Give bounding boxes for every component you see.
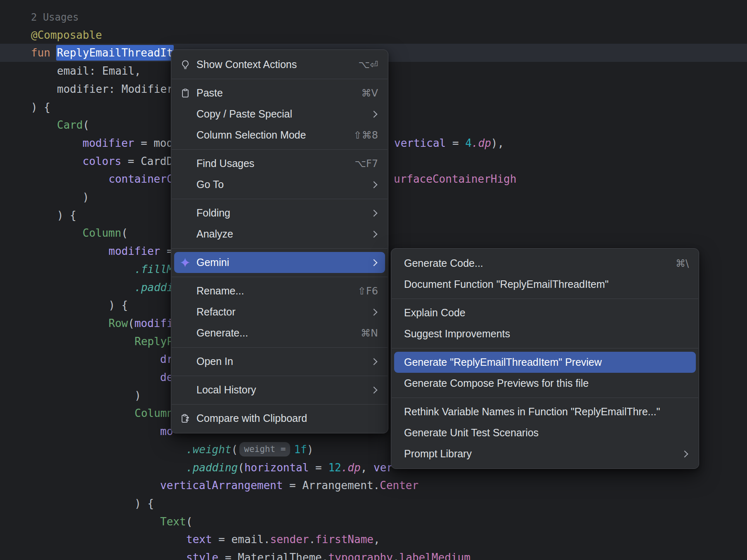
menu-item-open-in[interactable]: Open In [174, 351, 385, 372]
code-token[interactable]: Column [135, 407, 173, 419]
inline-parameter-hint[interactable]: weight = [239, 442, 290, 456]
code-line[interactable]: containerC [109, 170, 173, 188]
code-token[interactable]: verticalArrangement [160, 479, 283, 492]
code-line[interactable]: 2 Usages [31, 8, 79, 26]
menu-item-explain-code[interactable]: Explain Code [394, 302, 696, 323]
code-token[interactable]: = Arrangement. [283, 479, 380, 492]
code-token[interactable]: , [374, 533, 380, 546]
code-line[interactable]: ) { [109, 296, 128, 314]
menu-item-generate[interactable]: Generate...⌘N [174, 322, 385, 344]
code-line[interactable]: .weight(weight =1f) [186, 440, 313, 459]
code-token[interactable]: ( [186, 515, 193, 528]
code-token[interactable]: typography [328, 551, 393, 560]
code-line[interactable]: Column( [83, 224, 128, 242]
code-line[interactable]: vertical = 4.dp), [394, 134, 504, 152]
menu-item-generate-replyemailthreaditem-preview[interactable]: Generate "ReplyEmailThreadItem" Preview [394, 352, 696, 373]
code-token[interactable]: fun [31, 47, 50, 59]
menu-item-suggest-improvements[interactable]: Suggest Improvements [394, 323, 696, 344]
menu-item-copy-paste-special[interactable]: Copy / Paste Special [174, 104, 385, 125]
code-token[interactable]: ) { [31, 101, 50, 113]
code-token[interactable]: = email. [212, 533, 270, 546]
code-token[interactable]: = MaterialTheme. [218, 551, 328, 560]
menu-item-refactor[interactable]: Refactor [174, 301, 385, 322]
code-line[interactable]: Row(modifi [109, 314, 173, 332]
code-token[interactable]: Column [83, 227, 121, 239]
code-line[interactable]: modifier = mod [83, 134, 173, 152]
code-token[interactable]: modifier: Modifier [57, 83, 173, 95]
code-line[interactable]: ) [83, 188, 89, 206]
code-token[interactable]: ( [238, 461, 244, 474]
code-token[interactable]: = [309, 461, 328, 474]
code-token[interactable]: .dp [472, 137, 491, 149]
usages-hint[interactable]: 2 Usages [31, 12, 79, 23]
menu-item-rethink-variable-names-in-function-replyemailthre[interactable]: Rethink Variable Names in Function "Repl… [394, 401, 696, 422]
code-token[interactable]: ( [121, 227, 128, 239]
code-token[interactable]: ) [83, 191, 89, 203]
menu-item-generate-unit-test-scenarios[interactable]: Generate Unit Test Scenarios [394, 422, 696, 443]
code-line[interactable]: colors = CardD [83, 152, 173, 170]
menu-item-show-context-actions[interactable]: Show Context Actions⌥⏎ [174, 54, 385, 75]
code-token[interactable]: ver [374, 461, 393, 474]
selected-function-name[interactable]: ReplyEmailThreadIt [56, 45, 174, 61]
code-token[interactable]: = mod [134, 137, 173, 149]
code-token[interactable]: urfaceContainerHigh [394, 173, 516, 185]
code-token[interactable]: ), [491, 137, 504, 149]
code-token[interactable]: . [309, 533, 315, 546]
code-line[interactable]: ) [135, 386, 141, 405]
code-token[interactable]: @Composable [31, 29, 102, 41]
code-token[interactable]: ) { [57, 209, 76, 221]
code-line[interactable]: ) { [57, 206, 76, 224]
code-token[interactable]: , [361, 461, 374, 474]
menu-item-analyze[interactable]: Analyze [174, 224, 385, 245]
menu-item-local-history[interactable]: Local History [174, 379, 385, 400]
code-line[interactable]: Column [135, 404, 173, 422]
code-token[interactable]: labelMedium [400, 551, 470, 560]
code-token[interactable]: = CardD [121, 155, 173, 167]
menu-item-compare-with-clipboard[interactable]: Compare with Clipboard [174, 408, 385, 429]
menu-item-generate-compose-previews-for-this-file[interactable]: Generate Compose Previews for this file [394, 373, 696, 394]
code-token[interactable]: ) [135, 389, 141, 402]
menu-item-gemini[interactable]: Gemini [174, 252, 385, 273]
code-token[interactable]: modifier [109, 245, 160, 257]
code-line[interactable]: .fillM [135, 260, 173, 278]
code-line[interactable]: .paddi [135, 278, 173, 296]
menu-item-generate-code[interactable]: Generate Code...⌘\ [394, 253, 696, 274]
code-token[interactable]: ) { [109, 299, 128, 311]
menu-item-find-usages[interactable]: Find Usages⌥F7 [174, 153, 385, 174]
code-token[interactable]: 4 [465, 137, 472, 149]
code-line[interactable]: urfaceContainerHigh [394, 170, 516, 188]
menu-item-paste[interactable]: Paste⌘V [174, 82, 385, 104]
code-token[interactable]: colors [83, 155, 121, 167]
code-token[interactable]: .paddi [135, 281, 173, 294]
code-token[interactable]: ( [128, 317, 135, 329]
code-line[interactable]: ) { [31, 98, 50, 116]
code-line[interactable]: Card( [57, 116, 89, 134]
code-token[interactable]: .padding [186, 461, 238, 474]
menu-item-document-function-replyemailthreaditem[interactable]: Document Function "ReplyEmailThreadItem" [394, 274, 696, 295]
code-token[interactable]: modifi [135, 317, 173, 329]
code-token[interactable]: 12 [328, 461, 341, 474]
code-token[interactable]: Card [57, 119, 83, 131]
code-line[interactable]: verticalArrangement = Arrangement.Center [160, 476, 418, 494]
code-line[interactable]: email: Email, [57, 62, 141, 80]
menu-item-go-to[interactable]: Go To [174, 174, 385, 195]
code-line[interactable]: modifier = [109, 242, 173, 260]
code-token[interactable]: containerC [109, 173, 173, 185]
code-token[interactable]: .fillM [135, 263, 173, 275]
code-token[interactable]: horizontal [244, 461, 309, 474]
code-line[interactable]: text = email.sender.firstName, [186, 530, 380, 548]
code-token[interactable]: . [393, 551, 400, 560]
code-line[interactable]: @Composable [31, 26, 102, 44]
code-token[interactable]: email: Email, [57, 65, 141, 77]
code-token[interactable]: style [186, 551, 218, 560]
code-line[interactable]: ReplyP [135, 332, 173, 351]
code-line[interactable]: style = MaterialTheme.typography.labelMe… [186, 548, 470, 560]
code-token[interactable]: modifier [83, 137, 134, 149]
code-token[interactable]: Center [380, 479, 418, 492]
code-token[interactable]: = [446, 137, 465, 149]
code-token[interactable]: 1f [294, 443, 307, 456]
code-line[interactable]: modifier: Modifier [57, 80, 173, 98]
menu-item-rename[interactable]: Rename...⇧F6 [174, 280, 385, 301]
code-token[interactable]: ) [307, 443, 314, 456]
menu-item-prompt-library[interactable]: Prompt Library [394, 443, 696, 464]
